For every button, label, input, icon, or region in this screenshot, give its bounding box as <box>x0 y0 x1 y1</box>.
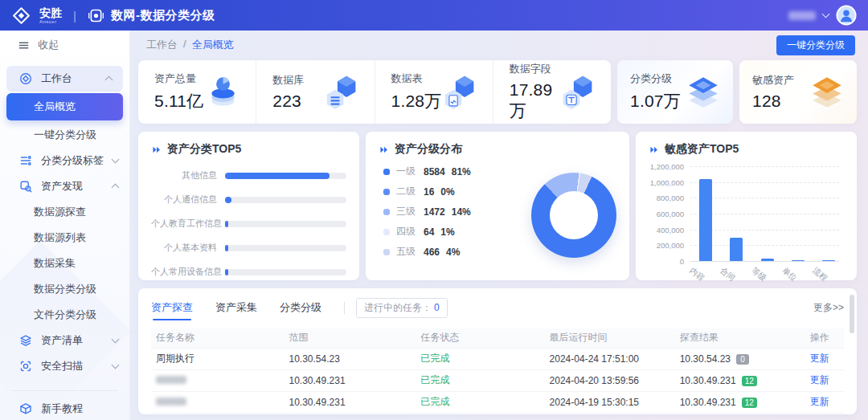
app-logo-icon <box>88 7 104 24</box>
stat-label: 分类分级 <box>630 71 681 86</box>
table-header: 任务名称范围任务状态最后运行时间探查结果操作 <box>151 328 844 348</box>
sidebar-item-datasource-probe[interactable]: 数据源探查 <box>0 199 129 225</box>
donut-chart-area: 一级858481%二级160%三级147214%四级641%五级4664% <box>379 165 616 265</box>
task-status: 已完成 <box>420 396 449 407</box>
legend-percent: 4% <box>446 247 460 258</box>
task-last-run: 2024-04-24 17:51:00 <box>545 348 675 369</box>
update-action-link[interactable]: 更新 <box>810 374 829 385</box>
sidebar-menu: 工作台全局概览一键分类分级分类分级标签资产发现数据源探查数据源列表数据采集数据分… <box>0 66 129 420</box>
stat-value: 1.07万 <box>630 90 681 112</box>
table-scrollbar-thumb[interactable] <box>850 295 854 333</box>
legend-item: 二级160% <box>383 185 504 198</box>
hbar-row: 个人常用设备信息 <box>151 266 346 278</box>
sidebar-item-label: 数据源探查 <box>34 205 86 219</box>
hbar-row: 其他信息 <box>151 169 346 181</box>
task-result-ip: 10.30.54.23 <box>680 353 731 365</box>
sidebar-item-label: 数据分类分级 <box>34 282 96 296</box>
sidebar-item-global-overview[interactable]: 全局概览 <box>6 93 123 120</box>
asset-inventory-icon <box>19 334 32 347</box>
sidebar-item-classification-tags[interactable]: 分类分级标签 <box>0 148 129 173</box>
hbar-fill <box>225 269 228 275</box>
sidebar-collapse-toggle[interactable]: 收起 <box>0 31 129 59</box>
stat-label: 数据库 <box>272 73 304 88</box>
chevron-down-icon <box>112 156 120 164</box>
avatar[interactable] <box>836 5 857 26</box>
legend-value: 1472 <box>424 206 445 218</box>
task-name-blurred <box>156 398 186 406</box>
breadcrumb-parent[interactable]: 工作台 <box>146 38 178 52</box>
sidebar-item-file-classification[interactable]: 文件分类分级 <box>0 302 129 328</box>
database-icon <box>324 74 360 110</box>
tab-asset-probe[interactable]: 资产探查 <box>151 300 193 320</box>
chart-title: 资产分类TOP5 <box>167 142 241 157</box>
result-count-badge: 0 <box>736 354 749 365</box>
hbar-category-label: 其他信息 <box>151 169 225 181</box>
workbench-icon <box>19 72 32 85</box>
update-action-link[interactable]: 更新 <box>810 353 829 364</box>
x-tick-label: 内容 <box>687 265 706 284</box>
legend-percent: 81% <box>452 166 471 177</box>
sidebar-item-label: 一键分类分级 <box>34 128 96 142</box>
sidebar-item-security-scan[interactable]: 安全扫描 <box>0 353 129 379</box>
sidebar-item-datasource-list[interactable]: 数据源列表 <box>0 225 129 251</box>
user-menu[interactable] <box>788 5 857 26</box>
logo-divider: | <box>73 9 76 22</box>
more-link[interactable]: 更多>> <box>813 301 844 315</box>
tags-icon <box>19 154 32 167</box>
tasks-table: 任务名称范围任务状态最后运行时间探查结果操作 周期执行10.30.54.23已完… <box>151 328 844 414</box>
hbar-track <box>225 221 346 227</box>
tutorial-icon <box>19 402 32 415</box>
sidebar-item-label: 分类分级标签 <box>41 153 104 168</box>
vbar-内容 <box>699 179 712 261</box>
breadcrumb-current: 全局概览 <box>192 38 234 52</box>
tasks-panel: 资产探查 资产采集 分类分级 进行中的任务：0 更多>> 任务名称范围任务状态最… <box>138 288 857 414</box>
sidebar: 收起 工作台全局概览一键分类分级分类分级标签资产发现数据源探查数据源列表数据采集… <box>0 31 130 420</box>
main-content: 工作台 / 全局概览 一键分类分级 资产总量 5.11亿 <box>130 31 868 420</box>
logo-group: 安胜 Anscer | 数网-数据分类分级 <box>11 6 215 26</box>
sidebar-item-data-classification[interactable]: 数据分类分级 <box>0 276 129 302</box>
breadcrumb-separator: / <box>183 38 186 52</box>
update-action-link[interactable]: 更新 <box>810 396 829 407</box>
sidebar-item-workbench[interactable]: 工作台 <box>6 66 123 92</box>
sidebar-item-label: 全局概览 <box>34 100 76 114</box>
chart-title-row: 敏感资产TOP5 <box>649 142 844 157</box>
sensitive-asset-icon <box>807 72 847 112</box>
double-chevron-icon <box>151 145 162 155</box>
task-status: 已完成 <box>420 353 449 364</box>
sidebar-item-label: 数据源列表 <box>34 230 86 245</box>
sidebar-item-data-collection[interactable]: 数据采集 <box>0 251 129 276</box>
sidebar-item-beginner-tutorial[interactable]: 新手教程 <box>0 396 129 420</box>
hbar-track <box>225 173 346 179</box>
tab-classification[interactable]: 分类分级 <box>280 300 321 320</box>
sidebar-item-asset-discovery[interactable]: 资产发现 <box>0 173 129 199</box>
collapse-label: 收起 <box>38 38 59 52</box>
hbar-track <box>225 197 346 203</box>
one-click-classification-button[interactable]: 一键分类分级 <box>776 35 855 55</box>
sidebar-item-one-click-classification[interactable]: 一键分类分级 <box>0 122 129 148</box>
running-tasks-badge: 进行中的任务：0 <box>356 298 448 318</box>
legend-percent: 1% <box>440 226 454 238</box>
gridline <box>690 230 839 230</box>
app-header: 安胜 Anscer | 数网-数据分类分级 <box>0 0 868 31</box>
y-tick-label: 0 <box>680 257 684 266</box>
tab-asset-collection[interactable]: 资产采集 <box>215 300 257 320</box>
task-status: 已完成 <box>420 374 449 385</box>
hbar-track <box>225 269 346 275</box>
vbar-单位 <box>792 260 805 262</box>
stat-value: 1.28万 <box>391 90 442 112</box>
hbar-fill <box>225 197 231 203</box>
column-header: 任务状态 <box>416 328 544 348</box>
result-count-badge: 12 <box>742 398 757 408</box>
task-range: 10.30.49.231 <box>285 391 416 413</box>
plot-area: 内容合同等级单位流程 <box>690 166 844 261</box>
donut-chart <box>531 173 616 258</box>
stat-value: 223 <box>272 92 304 111</box>
hbar-fill <box>225 173 330 179</box>
table-row: 10.30.49.231已完成2024-04-20 13:59:5610.30.… <box>151 369 844 391</box>
sidebar-item-asset-inventory[interactable]: 资产清单 <box>0 328 129 353</box>
chart-title-row: 资产分级分布 <box>379 142 616 157</box>
charts-row: 资产分类TOP5 其他信息个人通信信息个人教育工作信息个人基本资料个人常用设备信… <box>138 132 857 280</box>
gridline <box>690 198 839 198</box>
y-tick-label: 1,200,000 <box>650 162 684 171</box>
running-tasks-label: 进行中的任务： <box>364 302 432 313</box>
